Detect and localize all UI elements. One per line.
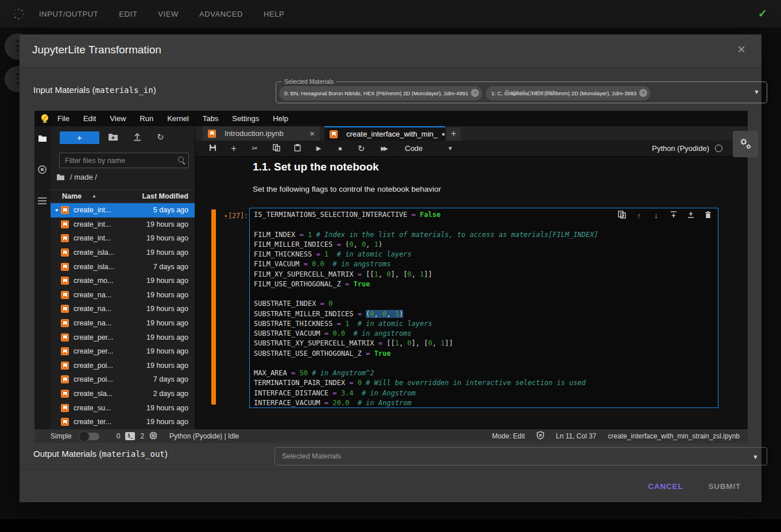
jupyter-menu-edit[interactable]: Edit	[83, 114, 96, 123]
settings-gears-icon[interactable]	[733, 131, 758, 157]
file-row[interactable]: create_isla...7 days ago	[51, 259, 195, 274]
file-row[interactable]: create_sla...2 days ago	[51, 387, 195, 401]
file-name: create_int...	[74, 206, 153, 214]
breadcrumb[interactable]: / made /	[56, 172, 97, 181]
save-icon[interactable]	[208, 144, 217, 153]
tab-label: create_interface_with_min_	[346, 130, 438, 138]
kernel-status-icon[interactable]	[715, 145, 722, 152]
app-menu-view[interactable]: VIEW	[158, 10, 179, 18]
kernel-sessions-count[interactable]: 2	[140, 432, 144, 440]
file-row[interactable]: ●create_int...5 days ago	[51, 203, 195, 218]
code-line: TERMINATION_PAIR_INDEX = 0 # Will be ove…	[254, 378, 713, 388]
chevron-down-icon[interactable]: ▼	[753, 88, 760, 95]
file-row[interactable]: create_na...19 hours ago	[51, 302, 195, 316]
kernel-status-text[interactable]: Python (Pyodide) | Idle	[169, 432, 239, 440]
jupyter-menu-run[interactable]: Run	[140, 114, 153, 123]
new-launcher-button[interactable]: +	[60, 131, 99, 144]
file-row[interactable]: create_per...19 hours ago	[51, 344, 195, 359]
jupyter-menu-kernel[interactable]: Kernel	[167, 114, 189, 123]
terminal-icon[interactable]: $_	[125, 432, 135, 440]
notebook-file-icon	[61, 333, 69, 341]
table-of-contents-tab-icon[interactable]	[38, 196, 47, 205]
cell-type-select[interactable]: Code	[405, 144, 423, 153]
file-name: create_na...	[74, 291, 146, 299]
close-icon[interactable]: ×	[737, 42, 745, 56]
file-row[interactable]: create_ter...19 hours ago	[51, 415, 195, 429]
insert-cell-icon[interactable]: +	[229, 143, 238, 154]
chip-delete-icon[interactable]: ×	[471, 89, 479, 97]
select-materials-placeholder[interactable]: Select materials	[505, 88, 558, 97]
chip-delete-icon[interactable]: ×	[639, 89, 647, 97]
code-line: FILM_MILLER_INDICES = (0, 0, 1)	[254, 240, 713, 250]
jupyter-menu-tabs[interactable]: Tabs	[203, 114, 218, 123]
column-name[interactable]: Name	[62, 192, 82, 200]
insert-cell-above-icon[interactable]	[669, 211, 678, 220]
app-menu-advanced[interactable]: ADVANCED	[199, 10, 243, 18]
app-menu-help[interactable]: HELP	[264, 10, 284, 18]
interrupt-kernel-icon[interactable]: ■	[335, 145, 345, 152]
input-label-suffix: )	[153, 85, 156, 95]
file-row[interactable]: create_poi...7 days ago	[51, 372, 195, 387]
move-cell-down-icon[interactable]: ↓	[652, 211, 660, 220]
active-filename[interactable]: create_interface_with_min_strain_zsl.ipy…	[608, 432, 740, 440]
cancel-button[interactable]: CANCEL	[648, 482, 683, 491]
file-row[interactable]: create_int...19 hours ago	[51, 231, 195, 246]
file-browser-tab-icon[interactable]	[38, 134, 47, 143]
file-row[interactable]: create_per...19 hours ago	[51, 330, 195, 344]
notebook-file-icon	[61, 404, 69, 412]
submit-button[interactable]: SUBMIT	[708, 482, 741, 491]
restart-run-all-icon[interactable]: ▶▶	[378, 145, 389, 152]
cursor-position[interactable]: Ln 11, Col 37	[556, 432, 597, 440]
code-cell-editor[interactable]: IS_TERMINATIONS_SELECTION_INTERACTIVE = …	[249, 208, 718, 408]
paste-cells-icon[interactable]	[293, 144, 302, 153]
move-cell-up-icon[interactable]: ↑	[635, 211, 643, 220]
file-row[interactable]: create_int...19 hours ago	[51, 218, 195, 232]
cut-cells-icon[interactable]: ✂	[250, 144, 260, 153]
saved-check-icon: ✓	[758, 7, 767, 20]
app-menu-edit[interactable]: EDIT	[119, 10, 137, 18]
jupyter-menu-file[interactable]: File	[57, 114, 69, 123]
file-row[interactable]: create_na...19 hours ago	[51, 316, 195, 331]
jupyter-menu-settings[interactable]: Settings	[232, 114, 259, 123]
new-folder-icon[interactable]	[108, 132, 118, 142]
refresh-icon[interactable]: ↻	[157, 132, 167, 142]
trust-shield-icon[interactable]	[536, 431, 544, 441]
input-materials-label: Input Materials (materials_in)	[33, 85, 156, 95]
code-line	[254, 220, 713, 230]
copy-cells-icon[interactable]	[272, 144, 281, 153]
file-row[interactable]: create_su...19 hours ago	[51, 401, 195, 415]
add-tab-button[interactable]: +	[447, 127, 461, 141]
jupyter-menu-view[interactable]: View	[110, 114, 126, 123]
jupyter-menu-help[interactable]: Help	[273, 114, 288, 123]
delete-cell-icon[interactable]	[703, 211, 712, 220]
jupyter-left-sidebar	[34, 126, 51, 429]
mode-indicator[interactable]: Mode: Edit	[492, 432, 525, 440]
code-line: SUBSTRATE_INDEX = 0	[254, 299, 713, 309]
simple-mode-toggle[interactable]	[80, 433, 99, 440]
filter-files-input[interactable]: Filter files by name	[59, 153, 189, 168]
chevron-down-icon[interactable]: ▼	[447, 145, 453, 152]
material-chip[interactable]: 0: BN, Hexagonal Boron Nitride, HEX (P6/…	[279, 86, 482, 100]
tab-create-interface[interactable]: create_interface_with_min_ ●	[324, 126, 445, 141]
kernel-name-button[interactable]: Python (Pyodide)	[652, 144, 709, 153]
restart-kernel-icon[interactable]: ↻	[357, 143, 366, 154]
file-row[interactable]: create_isla...19 hours ago	[51, 246, 195, 260]
file-row[interactable]: create_poi...19 hours ago	[51, 359, 195, 373]
notebook-file-icon	[208, 130, 216, 138]
running-sessions-tab-icon[interactable]	[38, 165, 47, 174]
run-cell-icon[interactable]: ▶	[314, 145, 323, 152]
upload-icon[interactable]	[133, 132, 143, 142]
output-materials-select[interactable]: Selected Materials ▼	[274, 447, 767, 465]
cell-collapser[interactable]	[211, 209, 216, 405]
column-last-modified[interactable]: Last Modified	[142, 192, 188, 200]
terminals-count[interactable]: 0	[117, 432, 121, 440]
app-menu-input-output[interactable]: INPUT/OUTPUT	[39, 10, 98, 18]
insert-cell-below-icon[interactable]	[686, 211, 695, 220]
tab-close-icon[interactable]: ×	[310, 129, 315, 138]
file-row[interactable]: create_na...19 hours ago	[51, 288, 195, 302]
file-row[interactable]: create_mo...19 hours ago	[51, 274, 195, 288]
kernel-chip-icon[interactable]	[149, 432, 157, 441]
app-logo-icon[interactable]	[13, 8, 24, 20]
tab-introduction[interactable]: Introduction.ipynb ×	[203, 126, 320, 141]
duplicate-cell-icon[interactable]	[617, 211, 626, 220]
